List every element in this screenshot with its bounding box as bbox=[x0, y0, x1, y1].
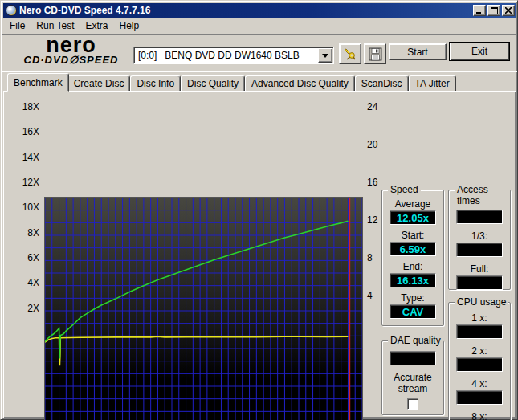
tab-create-disc[interactable]: Create Disc bbox=[67, 75, 131, 92]
speed-panel: Speed Average12.05xStart:6.59xEnd:16.13x… bbox=[381, 190, 444, 326]
chart-right-tick: 24 bbox=[367, 101, 391, 112]
chart-left-tick: 14X bbox=[4, 152, 39, 163]
start-button[interactable]: Start bbox=[389, 43, 447, 60]
access-time-value bbox=[456, 243, 503, 257]
nero-logo: nero CD·DVD∅SPEED bbox=[9, 36, 133, 68]
close-button[interactable] bbox=[502, 5, 515, 16]
drive-selector[interactable]: [0:0] BENQ DVD DD DW1640 BSLB bbox=[133, 47, 334, 64]
cpu-usage-label: 2 x: bbox=[471, 346, 487, 357]
chart-canvas bbox=[45, 198, 362, 420]
cpu-usage-label: 8 x: bbox=[471, 412, 487, 420]
benchmark-tab-panel: 18X16X14X12X10X8X6X4X2X 2420161284 0.00.… bbox=[3, 91, 516, 418]
app-icon bbox=[6, 5, 17, 16]
cpu-usage-label: 1 x: bbox=[471, 313, 487, 324]
speed-value: 12.05x bbox=[390, 210, 436, 225]
tab-benchmark[interactable]: Benchmark bbox=[7, 73, 69, 92]
access-time-row: 1/3: bbox=[456, 231, 503, 257]
speed-row: End:16.13x bbox=[390, 262, 436, 287]
speed-row: Type:CAV bbox=[390, 293, 436, 319]
exit-button[interactable]: Exit bbox=[449, 42, 510, 61]
speed-label: Start: bbox=[402, 230, 425, 241]
maximize-button[interactable] bbox=[487, 5, 500, 16]
tab-strip: BenchmarkCreate DiscDisc InfoDisc Qualit… bbox=[7, 73, 513, 92]
chart-left-tick: 8X bbox=[4, 227, 39, 239]
speed-label: Average bbox=[395, 199, 430, 210]
access-time-value bbox=[456, 275, 503, 290]
options-button[interactable] bbox=[339, 43, 361, 64]
dae-quality-value bbox=[390, 351, 436, 365]
save-button[interactable] bbox=[364, 43, 386, 64]
title-bar: Nero CD-DVD Speed 4.7.7.16 bbox=[3, 3, 516, 18]
speed-label: End: bbox=[403, 262, 423, 272]
cpu-usage-row: 4 x: bbox=[456, 379, 503, 405]
speed-row: Average12.05x bbox=[390, 199, 436, 225]
cpu-usage-panel-title: CPU usage bbox=[455, 296, 508, 308]
title-bar-buttons bbox=[473, 5, 515, 16]
menu-item-file[interactable]: File bbox=[4, 19, 31, 32]
access-time-label: 1/3: bbox=[471, 231, 487, 242]
menu-item-help[interactable]: Help bbox=[114, 19, 145, 32]
chevron-down-icon bbox=[322, 54, 328, 61]
tab-scandisc[interactable]: ScanDisc bbox=[355, 75, 409, 92]
save-icon bbox=[369, 47, 382, 61]
cpu-usage-value bbox=[456, 324, 503, 339]
chart-left-tick: 12X bbox=[4, 177, 39, 188]
exit-button-label: Exit bbox=[471, 46, 487, 57]
cd-dvd-speed-logo-text: CD·DVD∅SPEED bbox=[9, 54, 133, 66]
dae-quality-panel-title: DAE quality bbox=[388, 335, 443, 346]
cpu-usage-value bbox=[456, 357, 503, 372]
chart-left-tick: 4X bbox=[4, 277, 39, 288]
speed-value: 6.59x bbox=[390, 242, 436, 256]
start-button-label: Start bbox=[407, 47, 427, 58]
speed-row: Start:6.59x bbox=[390, 230, 436, 256]
dae-quality-panel: DAE quality Accurate stream bbox=[381, 340, 444, 415]
tab-disc-info[interactable]: Disc Info bbox=[130, 75, 181, 92]
access-time-value bbox=[456, 210, 503, 224]
access-times-panel: Access times Random:1/3:Full: bbox=[448, 190, 511, 290]
accurate-stream-label: Accurate stream bbox=[394, 372, 431, 394]
cpu-usage-label: 4 x: bbox=[471, 379, 487, 389]
menu-item-extra[interactable]: Extra bbox=[80, 19, 113, 32]
access-times-panel-title: Access times bbox=[455, 184, 510, 206]
app-window: Nero CD-DVD Speed 4.7.7.16 FileRun TestE… bbox=[0, 0, 518, 420]
access-time-label: Full: bbox=[471, 264, 489, 275]
chart-left-tick: 18X bbox=[4, 101, 39, 112]
cpu-usage-row: 2 x: bbox=[456, 346, 503, 372]
cpu-usage-value bbox=[456, 390, 503, 405]
speed-value: CAV bbox=[390, 304, 436, 319]
minimize-button[interactable] bbox=[473, 5, 486, 16]
tab-advanced-disc-quality[interactable]: Advanced Disc Quality bbox=[245, 75, 355, 92]
drive-selector-dropdown-button[interactable] bbox=[318, 48, 332, 63]
menu-item-run-test[interactable]: Run Test bbox=[31, 19, 80, 32]
chart-left-tick: 6X bbox=[4, 252, 39, 263]
speed-panel-title: Speed bbox=[388, 184, 421, 195]
speed-value: 16.13x bbox=[390, 273, 436, 287]
window-title: Nero CD-DVD Speed 4.7.7.16 bbox=[19, 5, 473, 16]
nero-logo-text: nero bbox=[9, 36, 133, 54]
speed-label: Type: bbox=[401, 293, 424, 304]
tools-icon bbox=[343, 47, 357, 61]
chart-left-tick: 2X bbox=[4, 303, 39, 314]
menu-bar: FileRun TestExtraHelp bbox=[4, 18, 510, 33]
divider bbox=[2, 71, 517, 72]
drive-selector-value: [0:0] BENQ DVD DD DW1640 BSLB bbox=[134, 50, 318, 61]
cpu-usage-panel: CPU usage 1 x:2 x:4 x:8 x: bbox=[448, 302, 511, 420]
cpu-usage-row: 1 x: bbox=[456, 313, 503, 339]
transfer-rate-chart bbox=[44, 197, 363, 420]
tab-ta-jitter[interactable]: TA Jitter bbox=[409, 75, 456, 92]
access-time-row: Full: bbox=[456, 264, 503, 290]
tab-disc-quality[interactable]: Disc Quality bbox=[181, 75, 245, 92]
chart-left-tick: 16X bbox=[4, 126, 39, 137]
chart-left-tick: 10X bbox=[4, 202, 39, 213]
chart-right-tick: 20 bbox=[367, 139, 391, 150]
cpu-usage-row: 8 x: bbox=[456, 412, 503, 420]
accurate-stream-checkbox[interactable] bbox=[407, 398, 418, 410]
